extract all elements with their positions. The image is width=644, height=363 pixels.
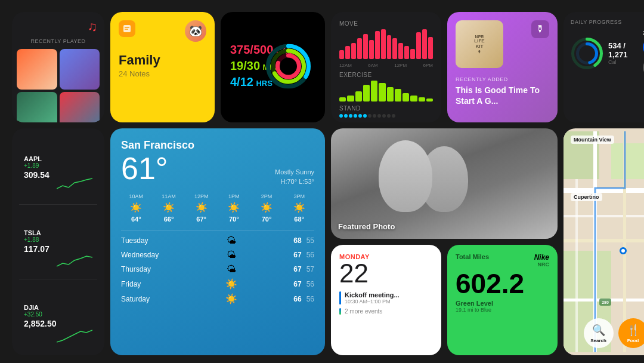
activity-widget[interactable]: 375/500 CAL 19/30 MIN 4/12 HRS: [221, 12, 325, 122]
podcast-widget[interactable]: NPR LIFEKIT 🎙 🎙 RECENTLY ADDED This Is G…: [447, 12, 558, 122]
weather-city: San Francisco: [121, 139, 194, 152]
widget-grid: ♫ RECENTLY PLAYED Chromatica Lady Gaga 🐼…: [6, 6, 638, 357]
album-art-4: [60, 92, 100, 123]
stock-item-1: AAPL +1.89 309.54: [19, 136, 97, 199]
health-cal-label: Cal: [608, 59, 638, 65]
calendar-event-1: Kickoff meeting... 10:30 AM–1:00 PM: [339, 291, 433, 304]
map-search-button[interactable]: 🔍 Search: [584, 318, 614, 348]
podcast-badge: RECENTLY ADDED: [456, 76, 549, 82]
map-widget[interactable]: 280 Mountain View Cupertino 🔍 Search 🍴 F…: [564, 128, 644, 355]
move-chart-widget[interactable]: MOVE 12AM 6AM 12PM 6PM EXERCISE: [331, 12, 441, 122]
stock-item-2: TSLA +1.88 117.07: [19, 210, 97, 273]
nike-miles: 602.2: [456, 270, 549, 297]
album-art-2: [60, 49, 100, 90]
nike-widget[interactable]: Total Miles Nike NRC 602.2 Green Level 1…: [447, 245, 558, 355]
map-action-buttons: 🔍 Search 🍴 Food: [571, 318, 644, 348]
stand-dots: [339, 114, 433, 118]
calendar-widget[interactable]: MONDAY 22 Kickoff meeting... 10:30 AM–1:…: [331, 245, 441, 355]
exercise-bars: [339, 81, 433, 101]
weather-daily: Tuesday 🌤 68 55 Wednesday 🌤 67 56 Thursd…: [121, 235, 314, 304]
weather-hour-4: 2PM ☀️ 70°: [252, 193, 282, 223]
weather-hour-3: 1PM ☀️ 70°: [219, 193, 249, 223]
podcast-title: This Is Good Time To Start A G...: [456, 85, 549, 106]
calendar-date: 22: [339, 260, 433, 287]
weather-day-2: Thursday 🌤 67 57: [121, 264, 314, 275]
notes-header: 🐼: [119, 20, 206, 42]
album-grid: [17, 49, 100, 122]
map-cupertino-label: Cupertino: [571, 193, 602, 201]
svg-rect-0: [123, 25, 131, 32]
stock-item-3: DJIA +32.50 2,852.50: [19, 284, 97, 348]
photo-label: Featured Photo: [338, 221, 395, 232]
stocks-widget[interactable]: AAPL +1.89 309.54 TSLA +1.88 117.07 DJIA…: [12, 128, 104, 355]
weather-hour-2: 12PM ☀️ 67°: [186, 193, 216, 223]
notes-count: 24 Notes: [119, 69, 206, 78]
photo-widget[interactable]: Featured Photo: [331, 128, 558, 239]
weather-top-row: San Francisco 61° Mostly Sunny H:70° L:5…: [121, 139, 314, 186]
weather-day-1: Wednesday 🌤 67 56: [121, 250, 314, 260]
notes-title: Family: [119, 53, 206, 68]
search-icon: 🔍: [592, 324, 605, 337]
notes-icon: [119, 20, 135, 37]
notes-avatar: 🐼: [185, 20, 206, 42]
health-widget[interactable]: DAILY PROGRESS 534 / 1,271 Cal 2 cups Ca: [564, 12, 644, 122]
weather-hourly: 10AM ☀️ 64° 11AM ☀️ 66° 12PM ☀️ 67° 1PM …: [121, 193, 314, 223]
weather-widget[interactable]: San Francisco 61° Mostly Sunny H:70° L:5…: [110, 128, 325, 355]
music-recently-played-label: RECENTLY PLAYED: [30, 38, 85, 44]
health-title: DAILY PROGRESS: [571, 19, 644, 25]
nike-logo: Nike: [534, 253, 549, 262]
podcast-cover: NPR LIFEKIT 🎙: [456, 20, 503, 68]
move-time-labels: 12AM 6AM 12PM 6PM: [339, 63, 433, 68]
music-icon: ♫: [88, 19, 98, 35]
map-mountain-view-label: Mountain View: [571, 136, 614, 144]
weather-condition: Mostly Sunny H:70° L:53°: [275, 168, 314, 186]
weather-hour-5: 3PM ☀️ 68°: [284, 193, 314, 223]
map-food-button[interactable]: 🍴 Food: [618, 318, 645, 348]
album-art-3: [17, 92, 57, 123]
notes-widget[interactable]: 🐼 Family 24 Notes: [110, 12, 215, 122]
nike-sublevel: 19.1 mi to Blue: [456, 307, 549, 313]
podcast-app-icon: 🎙: [531, 20, 549, 38]
weather-temp: 61°: [121, 153, 194, 184]
album-art-1: [17, 49, 57, 90]
calendar-event-more: 2 more events: [339, 308, 433, 315]
weather-day-0: Tuesday 🌤 68 55: [121, 235, 314, 246]
health-ring-area: 534 / 1,271 Cal 2 cups Ca Pi: [571, 30, 644, 76]
food-icon: 🍴: [627, 324, 640, 337]
move-bars: [339, 29, 433, 59]
health-ring: [571, 37, 603, 70]
podcast-header: NPR LIFEKIT 🎙 🎙: [456, 20, 549, 68]
health-cal-value: 534 / 1,271: [608, 41, 638, 59]
weather-hour-1: 11AM ☀️ 66°: [154, 193, 184, 223]
nike-header: Total Miles Nike NRC: [456, 253, 549, 267]
exercise-label: EXERCISE: [339, 72, 433, 78]
stand-label: STAND: [339, 105, 433, 112]
music-widget[interactable]: ♫ RECENTLY PLAYED Chromatica Lady Gaga: [12, 12, 104, 122]
weather-day-4: Saturday ☀️ 66 56: [121, 293, 314, 304]
nike-level: Green Level: [456, 300, 549, 307]
weather-day-3: Friday ☀️ 67 56: [121, 278, 314, 290]
map-overlay: Mountain View Cupertino 🔍 Search 🍴 Food: [564, 128, 644, 355]
move-label: MOVE: [339, 20, 433, 27]
health-stats: 534 / 1,271 Cal: [608, 41, 638, 65]
weather-hour-0: 10AM ☀️ 64°: [121, 193, 151, 223]
activity-rings: [266, 44, 311, 91]
